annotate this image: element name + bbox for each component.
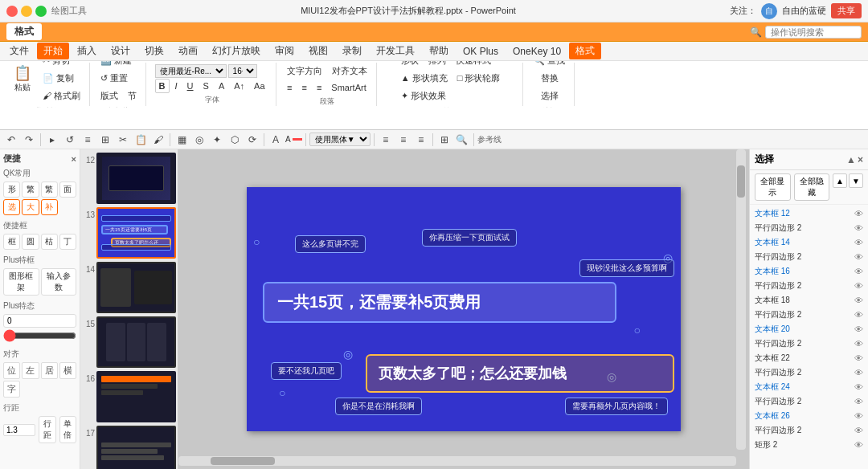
h-scrollbar-thumb[interactable]	[211, 457, 275, 465]
align-btn-center[interactable]: 居	[41, 362, 58, 379]
bubble-main-large[interactable]: 一共15页，还需要补5页费用	[263, 282, 616, 323]
menu-view[interactable]: 视图	[302, 43, 334, 59]
tb-btn-5[interactable]: ✂	[115, 132, 131, 148]
layer-eye-16[interactable]: 👁	[854, 440, 863, 450]
bold-button[interactable]: B	[155, 79, 170, 93]
layer-eye-6[interactable]: 👁	[854, 296, 863, 305]
menu-slideshow[interactable]: 幻灯片放映	[206, 43, 267, 59]
shapes-button[interactable]: 形状	[397, 61, 423, 69]
menu-format[interactable]: 格式	[569, 43, 601, 59]
plus-state-slider[interactable]	[3, 329, 76, 342]
tb-zoom[interactable]: 🔍	[454, 132, 470, 148]
font-name-select[interactable]: 使用最近-Re...	[155, 64, 227, 78]
kuang-btn-4[interactable]: 丁	[59, 234, 76, 250]
redo-button[interactable]: ↷	[21, 132, 37, 148]
qk-btn-fan2[interactable]: 繁	[41, 181, 58, 198]
layer-item-7[interactable]: 平行四边形 2 👁	[750, 308, 868, 322]
layer-eye-11[interactable]: 👁	[854, 368, 863, 377]
layer-item-5[interactable]: 平行四边形 2 👁	[750, 279, 868, 293]
menu-transition[interactable]: 切换	[138, 43, 170, 59]
layer-item-9[interactable]: 平行四边形 2 👁	[750, 336, 868, 351]
shape-fill-button[interactable]: ▲ 形状填充	[397, 70, 452, 87]
smartart-button[interactable]: SmartArt	[327, 80, 370, 95]
menu-animation[interactable]: 动画	[172, 43, 204, 59]
tb-align-left[interactable]: ≡	[378, 132, 394, 148]
layer-item-4[interactable]: 文本框 16 👁	[750, 264, 868, 279]
text-direction-button[interactable]: 文字方向	[283, 63, 326, 80]
tb-align-right[interactable]: ≡	[413, 132, 429, 148]
scrollbar-thumb[interactable]	[737, 165, 745, 198]
layer-eye-0[interactable]: 👁	[854, 209, 863, 218]
qk-btn-da[interactable]: 大	[22, 199, 39, 215]
align-center-button[interactable]: ≡	[297, 80, 310, 95]
move-down-btn[interactable]: ▼	[849, 173, 863, 188]
tb-btn-12[interactable]: ⟳	[244, 132, 260, 148]
align-btn-pos[interactable]: 位	[3, 362, 20, 379]
bubble-budget[interactable]: 现钞没批这么多预算啊	[579, 259, 674, 277]
show-all-btn[interactable]: 全部显示	[755, 173, 791, 201]
format-painter-button[interactable]: 🖌 格式刷	[39, 88, 84, 104]
layer-item-16[interactable]: 矩形 2 👁	[750, 438, 868, 452]
italic-button[interactable]: I	[171, 79, 182, 93]
tb-btn-7[interactable]: 🖌	[150, 132, 166, 148]
layer-item-6[interactable]: 文本框 18 👁	[750, 293, 868, 308]
slide-thumb-12[interactable]: 12	[82, 153, 176, 204]
shape-effect-button[interactable]: ✦ 形状效果	[397, 88, 450, 104]
menu-start[interactable]: 开始	[37, 43, 69, 59]
layer-eye-15[interactable]: 👁	[854, 426, 863, 435]
qk-btn-fan[interactable]: 繁	[22, 181, 39, 198]
kuang-btn-2[interactable]: 圆	[22, 234, 39, 250]
find-button[interactable]: 🔍 查找	[530, 61, 569, 69]
align-left-button[interactable]: ≡	[283, 80, 296, 95]
font-size-down[interactable]: Aa	[250, 79, 268, 93]
layer-eye-7[interactable]: 👁	[854, 310, 863, 320]
slide-thumb-13[interactable]: 13 一共15页还需要补5页 页数太多了吧怎么还	[82, 207, 176, 259]
layer-item-2[interactable]: 文本框 14 👁	[750, 235, 868, 250]
ribbon-search-input[interactable]	[765, 26, 862, 39]
layer-eye-4[interactable]: 👁	[854, 267, 863, 276]
layer-eye-9[interactable]: 👁	[854, 339, 863, 349]
layer-item-11[interactable]: 平行四边形 2 👁	[750, 365, 868, 380]
tb-btn-6[interactable]: 📋	[133, 132, 149, 148]
tb-btn-9[interactable]: ◎	[191, 132, 207, 148]
menu-review[interactable]: 审阅	[268, 43, 301, 59]
layer-item-3[interactable]: 平行四边形 2 👁	[750, 250, 868, 264]
layer-item-14[interactable]: 文本框 26 👁	[750, 409, 868, 423]
align-btn-horiz[interactable]: 横	[59, 362, 76, 379]
layer-eye-1[interactable]: 👁	[854, 223, 863, 233]
menu-help[interactable]: 帮助	[423, 43, 455, 59]
bubble-extra-pages[interactable]: 需要再额外几页内容哦！	[565, 398, 668, 415]
align-text-button[interactable]: 对齐文本	[328, 63, 371, 80]
section-button[interactable]: 节	[124, 88, 141, 104]
qk-btn-xuan[interactable]: 选	[3, 199, 20, 215]
layer-eye-5[interactable]: 👁	[854, 281, 863, 291]
align-right-button[interactable]: ≡	[313, 80, 326, 95]
tb-btn-11[interactable]: ⬡	[227, 132, 243, 148]
menu-insert[interactable]: 插入	[71, 43, 103, 59]
menu-design[interactable]: 设计	[104, 43, 137, 59]
panel-expand-btn[interactable]: ▲	[846, 154, 856, 165]
layer-item-13[interactable]: 平行四边形 2 👁	[750, 394, 868, 409]
menu-onekey[interactable]: OneKey 10	[506, 44, 567, 59]
qk-btn-shape[interactable]: 形	[3, 181, 20, 198]
undo-button[interactable]: ↶	[3, 132, 19, 148]
arrange-button[interactable]: 排列	[424, 61, 450, 69]
layer-item-8[interactable]: 文本框 20 👁	[750, 322, 868, 336]
replace-button[interactable]: 替换	[530, 70, 569, 87]
tb-btn-13[interactable]: A	[268, 132, 284, 148]
slide-thumb-15[interactable]: 15	[82, 316, 176, 368]
bubble-compress[interactable]: 你再压缩一下页面试试	[422, 229, 517, 247]
font-size-toolbar-select[interactable]: 使用黑体▼	[309, 133, 371, 146]
panel-close-btn[interactable]: ×	[858, 154, 863, 165]
close-btn[interactable]	[6, 6, 18, 17]
minimize-btn[interactable]	[21, 6, 32, 17]
layer-item-15[interactable]: 平行四边形 2 👁	[750, 423, 868, 438]
menu-developer[interactable]: 开发工具	[370, 43, 421, 59]
layout-button[interactable]: 版式	[96, 88, 122, 104]
plus-state-input[interactable]	[3, 314, 76, 328]
tb-btn-4[interactable]: ⊞	[97, 132, 113, 148]
layer-eye-3[interactable]: 👁	[854, 252, 863, 262]
layer-eye-2[interactable]: 👁	[854, 238, 863, 247]
ruler-toggle[interactable]: 参考线	[477, 134, 502, 145]
hide-all-btn[interactable]: 全部隐藏	[794, 173, 830, 201]
